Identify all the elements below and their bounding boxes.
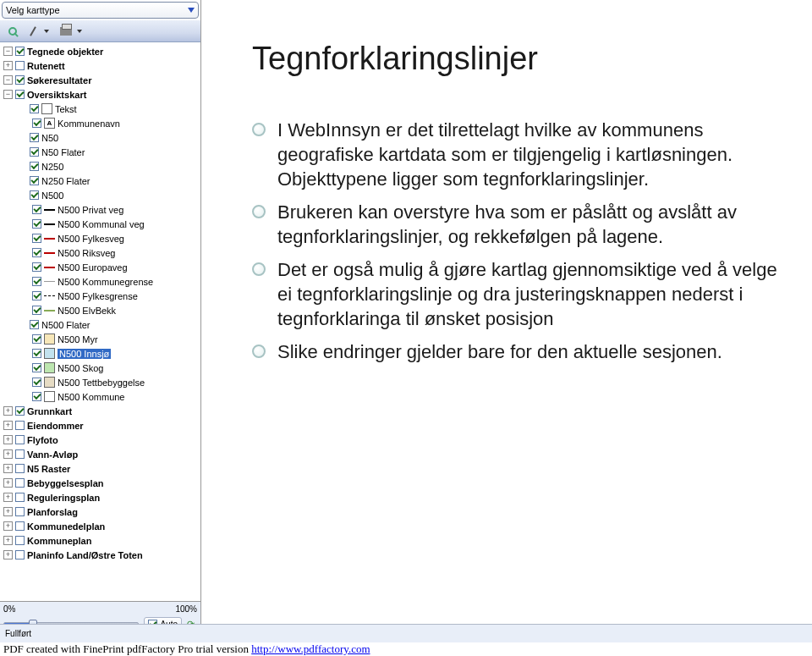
expand-toggle[interactable]: + (3, 406, 13, 416)
checkbox[interactable] (32, 392, 41, 401)
checkbox[interactable] (15, 521, 25, 531)
tree-group[interactable]: + Flyfoto (2, 433, 200, 447)
draw-button[interactable] (24, 23, 42, 40)
checkbox[interactable] (32, 306, 41, 315)
dropdown-arrow-icon[interactable] (77, 30, 82, 33)
checkbox[interactable] (15, 47, 25, 56)
line-icon (44, 252, 55, 254)
expand-toggle[interactable]: + (3, 449, 13, 459)
checkbox[interactable] (30, 147, 39, 157)
tree-layer[interactable]: N500 Tettbebyggelse (2, 375, 200, 389)
tree-group[interactable]: + Reguleringsplan (2, 490, 200, 504)
tree-group[interactable]: + Kommuneplan (2, 533, 200, 548)
expand-toggle[interactable]: + (3, 550, 13, 560)
tree-layer[interactable]: N500 Innsjø (2, 346, 200, 361)
expand-toggle[interactable]: + (3, 435, 13, 444)
checkbox[interactable] (32, 291, 41, 300)
tree-layer[interactable]: N500 Privat veg (2, 202, 200, 217)
checkbox[interactable] (15, 406, 25, 416)
expand-toggle[interactable]: + (3, 421, 13, 430)
checkbox[interactable] (15, 90, 25, 99)
tree-layer[interactable]: N250 (2, 159, 200, 174)
checkbox[interactable] (32, 205, 41, 214)
tree-group[interactable]: + Rutenett (2, 58, 200, 73)
checkbox[interactable] (15, 449, 25, 459)
expand-toggle[interactable]: − (3, 47, 13, 56)
checkbox[interactable] (32, 277, 41, 286)
checkbox[interactable] (30, 162, 39, 171)
checkbox[interactable] (15, 493, 25, 502)
tree-layer-label: N50 (41, 133, 58, 143)
checkbox[interactable] (32, 119, 41, 128)
tree-layer[interactable]: Tekst (2, 102, 200, 116)
checkbox[interactable] (15, 61, 25, 70)
tree-group[interactable]: − Tegnede objekter (2, 44, 200, 58)
tree-group[interactable]: + Planforslag (2, 504, 200, 519)
slide-content: Tegnforklaringslinjer I WebInnsyn er det… (201, 0, 812, 637)
expand-toggle[interactable]: − (3, 75, 13, 85)
checkbox[interactable] (15, 75, 25, 85)
checkbox[interactable] (32, 262, 41, 272)
expand-toggle[interactable]: + (3, 536, 13, 545)
checkbox[interactable] (30, 190, 39, 200)
expand-toggle[interactable]: − (3, 90, 13, 99)
tree-group[interactable]: − Søkeresultater (2, 73, 200, 87)
tree-layer[interactable]: N250 Flater (2, 174, 200, 188)
tree-group[interactable]: + Planinfo Land/Østre Toten (2, 548, 200, 562)
checkbox[interactable] (30, 320, 39, 329)
checkbox[interactable] (15, 421, 25, 430)
tree-group[interactable]: + Eiendommer (2, 418, 200, 433)
tree-layer[interactable]: N500 Flater (2, 317, 200, 332)
checkbox[interactable] (30, 104, 39, 113)
map-type-dropdown[interactable]: Velg karttype (2, 2, 199, 19)
tree-group[interactable]: + Kommunedelplan (2, 519, 200, 533)
tree-layer[interactable]: N500 Fylkesgrense (2, 289, 200, 303)
tree-layer[interactable]: N500 Kommune (2, 389, 200, 404)
chevron-down-icon (188, 8, 195, 13)
tree-layer[interactable]: A Kommunenavn (2, 116, 200, 130)
checkbox[interactable] (15, 435, 25, 444)
checkbox[interactable] (30, 176, 39, 185)
print-button[interactable] (57, 23, 75, 40)
expand-toggle[interactable]: + (3, 521, 13, 531)
expand-toggle[interactable]: + (3, 507, 13, 516)
tree-group[interactable]: + Grunnkart (2, 404, 200, 418)
checkbox[interactable] (15, 478, 25, 488)
tree-layer[interactable]: N500 ElvBekk (2, 303, 200, 317)
tree-group[interactable]: − Oversiktskart (2, 87, 200, 102)
expand-toggle[interactable]: + (3, 464, 13, 473)
tree-layer[interactable]: N500 Kommunal veg (2, 217, 200, 231)
checkbox[interactable] (32, 378, 41, 387)
checkbox[interactable] (15, 536, 25, 545)
checkbox[interactable] (32, 363, 41, 372)
expand-toggle[interactable]: + (3, 478, 13, 488)
tree-group[interactable]: + Vann-Avløp (2, 447, 200, 461)
tree-layer[interactable]: N500 Riksveg (2, 245, 200, 260)
tree-layer[interactable]: N500 Fylkesveg (2, 231, 200, 245)
expand-toggle[interactable]: + (3, 493, 13, 502)
expand-toggle[interactable]: + (3, 61, 13, 70)
tree-layer[interactable]: N500 Myr (2, 332, 200, 346)
layer-tree[interactable]: − Tegnede objekter + Rutenett − Søkeresu… (0, 42, 200, 601)
footer-link[interactable]: http://www.pdffactory.com (251, 642, 370, 655)
tree-layer[interactable]: N50 Flater (2, 145, 200, 159)
tree-group[interactable]: + N5 Raster (2, 461, 200, 476)
checkbox[interactable] (32, 234, 41, 243)
checkbox[interactable] (32, 349, 41, 358)
checkbox[interactable] (32, 219, 41, 229)
checkbox[interactable] (15, 550, 25, 560)
checkbox[interactable] (15, 507, 25, 516)
checkbox[interactable] (30, 133, 39, 142)
tree-layer[interactable]: N50 (2, 130, 200, 145)
checkbox[interactable] (32, 334, 41, 344)
checkbox[interactable] (32, 248, 41, 257)
tree-layer[interactable]: N500 Europaveg (2, 260, 200, 274)
dropdown-arrow-icon[interactable] (44, 30, 49, 33)
tree-layer[interactable]: N500 Skog (2, 361, 200, 375)
tree-layer[interactable]: N500 (2, 188, 200, 202)
search-button[interactable] (3, 23, 22, 40)
tree-group-label: N5 Raster (27, 464, 70, 474)
tree-group[interactable]: + Bebyggelsesplan (2, 476, 200, 490)
checkbox[interactable] (15, 464, 25, 473)
tree-layer[interactable]: N500 Kommunegrense (2, 274, 200, 289)
